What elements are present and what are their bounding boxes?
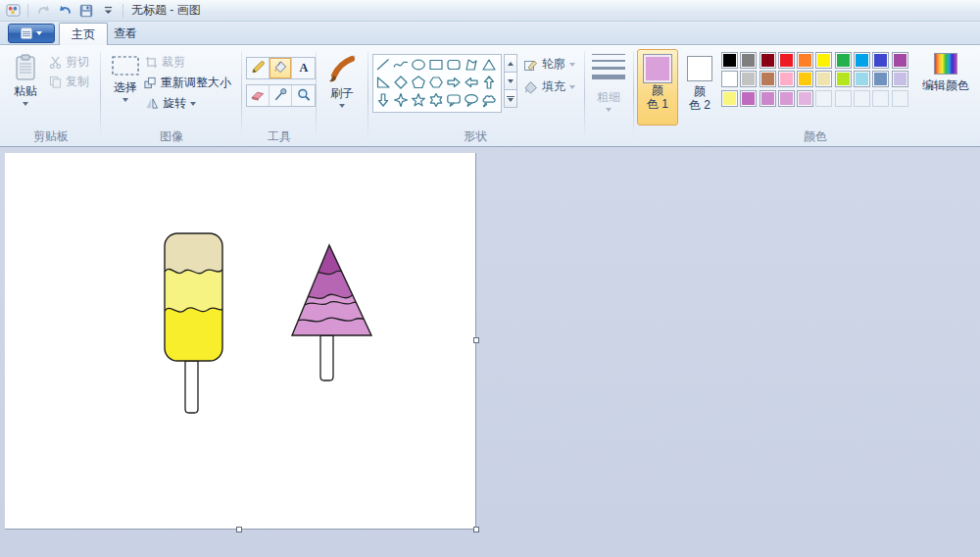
shapes-more-button[interactable] (504, 89, 517, 108)
shape-arrow-left[interactable] (463, 74, 480, 91)
eraser-icon (250, 87, 266, 105)
rotate-button[interactable]: 旋转 (145, 95, 196, 112)
palette-swatch-empty[interactable] (872, 90, 889, 107)
pencil-tool-button[interactable] (247, 58, 270, 78)
ribbon: 粘贴 剪切 复制 剪贴板 选择 裁剪 (0, 45, 980, 147)
shapes-scroll-column (504, 54, 517, 108)
crop-icon (145, 56, 158, 69)
palette-swatch[interactable] (797, 52, 813, 69)
resize-button[interactable]: 重新调整大小 (143, 75, 231, 91)
palette-swatch[interactable] (797, 90, 813, 107)
shape-arrow-down[interactable] (374, 91, 392, 109)
fill-tool-button[interactable] (270, 58, 292, 78)
shape-callout-oval[interactable] (463, 91, 480, 109)
select-button[interactable]: 选择 (106, 51, 145, 124)
palette-swatch[interactable] (721, 90, 738, 107)
shape-arrow-up[interactable] (480, 74, 498, 91)
palette-swatch[interactable] (854, 52, 870, 69)
shape-polygon[interactable] (463, 56, 480, 74)
shape-triangle[interactable] (480, 56, 498, 74)
palette-swatch[interactable] (721, 52, 738, 69)
magnifier-tool-button[interactable] (292, 85, 315, 106)
outline-icon (523, 58, 538, 72)
shape-star-5[interactable] (410, 91, 427, 109)
shape-callout-rounded[interactable] (445, 91, 463, 109)
svg-text:A: A (299, 60, 308, 74)
palette-swatch[interactable] (892, 71, 908, 87)
file-menu-button[interactable] (8, 24, 55, 43)
palette-swatch[interactable] (760, 90, 776, 107)
palette-swatch[interactable] (760, 52, 776, 69)
shape-callout-cloud[interactable] (480, 91, 498, 109)
shape-line[interactable] (374, 56, 392, 74)
palette-swatch[interactable] (872, 71, 889, 87)
palette-swatch-empty[interactable] (892, 90, 908, 107)
crop-button[interactable]: 裁剪 (145, 54, 185, 71)
shape-hexagon[interactable] (427, 74, 445, 91)
copy-button[interactable]: 复制 (49, 74, 89, 90)
brushes-button[interactable]: 刷子 (319, 51, 365, 124)
shape-ellipse[interactable] (410, 56, 427, 74)
save-icon[interactable] (77, 3, 95, 19)
palette-swatch[interactable] (760, 71, 776, 87)
shape-outline-button[interactable]: 轮廓 (523, 56, 575, 73)
palette-swatch[interactable] (835, 71, 852, 87)
canvas-resize-handle-right[interactable] (473, 337, 479, 343)
color2-button[interactable]: 颜 色 2 (682, 49, 717, 126)
chevron-down-icon (23, 102, 28, 106)
palette-swatch[interactable] (721, 71, 738, 87)
shape-pentagon[interactable] (410, 74, 427, 91)
color1-button[interactable]: 颜 色 1 (637, 49, 678, 126)
palette-swatch-empty[interactable] (835, 90, 852, 107)
tab-home[interactable]: 主页 (59, 23, 108, 45)
palette-swatch-empty[interactable] (815, 90, 832, 107)
palette-swatch[interactable] (815, 71, 832, 87)
palette-swatch[interactable] (797, 71, 813, 87)
canvas-resize-handle-bottom[interactable] (236, 527, 242, 532)
eraser-tool-button[interactable] (247, 85, 270, 106)
palette-swatch[interactable] (740, 71, 757, 87)
shape-rectangle[interactable] (427, 56, 445, 74)
shape-diamond[interactable] (392, 74, 410, 91)
redo-icon[interactable] (34, 3, 52, 19)
palette-swatch[interactable] (740, 52, 757, 69)
shapes-scroll-down-button[interactable] (504, 72, 517, 90)
shapes-scroll-up-button[interactable] (504, 54, 517, 73)
palette-swatch[interactable] (892, 52, 908, 69)
qat-customize-icon[interactable] (99, 3, 117, 19)
canvas-resize-handle-corner[interactable] (473, 527, 479, 532)
shape-arrow-right[interactable] (445, 74, 463, 91)
shape-curve[interactable] (392, 56, 410, 74)
work-area (0, 147, 980, 557)
text-tool-button[interactable]: A (292, 58, 315, 78)
shape-star-6[interactable] (427, 91, 445, 109)
stroke-size-button[interactable]: 粗细 (588, 51, 629, 124)
palette-swatch[interactable] (854, 71, 870, 87)
eyedropper-tool-button[interactable] (270, 85, 292, 106)
shape-star-4[interactable] (392, 91, 410, 109)
palette-swatch[interactable] (872, 52, 889, 69)
palette-swatch-empty[interactable] (854, 90, 870, 107)
select-label: 选择 (114, 79, 137, 96)
palette-swatch[interactable] (778, 52, 795, 69)
more-line-icon (507, 96, 514, 97)
tab-view[interactable]: 查看 (102, 23, 149, 45)
drawing-canvas[interactable] (5, 153, 476, 530)
shapes-gallery (372, 54, 502, 113)
chevron-down-icon (122, 98, 128, 102)
edit-colors-button[interactable]: 编辑颜色 (915, 50, 976, 94)
palette-swatch[interactable] (778, 90, 795, 107)
palette-swatch[interactable] (815, 52, 832, 69)
divider (100, 51, 101, 137)
shape-rounded-rectangle[interactable] (445, 56, 463, 74)
shape-fill-button[interactable]: 填充 (523, 78, 575, 95)
resize-label: 重新调整大小 (161, 75, 231, 91)
shape-right-triangle[interactable] (374, 74, 392, 91)
cut-button[interactable]: 剪切 (49, 54, 89, 71)
palette-swatch[interactable] (835, 52, 852, 69)
palette-swatch[interactable] (740, 90, 757, 107)
palette-swatch[interactable] (778, 71, 795, 87)
text-icon: A (296, 60, 312, 77)
paste-button[interactable]: 粘贴 (6, 51, 45, 124)
undo-icon[interactable] (56, 3, 74, 19)
